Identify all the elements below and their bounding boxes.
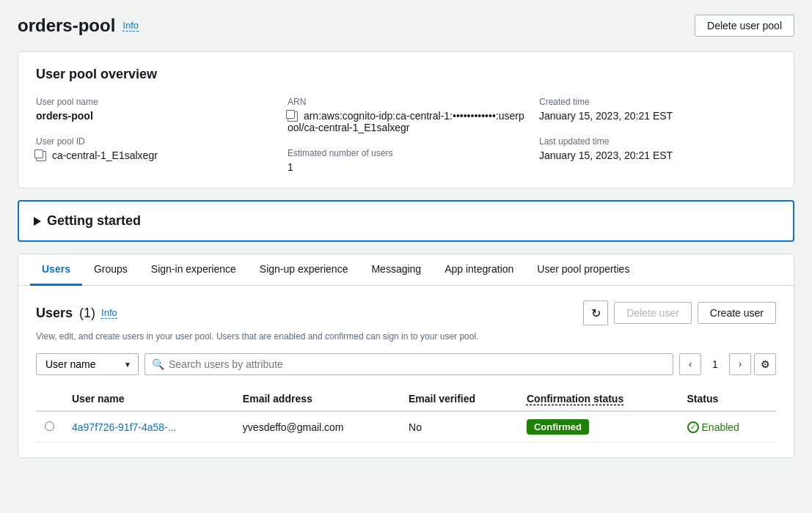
username-link[interactable]: 4a97f726-91f7-4a58-... xyxy=(72,421,176,433)
user-pool-name-label: User pool name xyxy=(36,97,273,107)
user-radio-input[interactable] xyxy=(45,421,54,431)
arn-label: ARN xyxy=(288,97,524,107)
overview-grid: User pool name orders-pool User pool ID … xyxy=(36,97,776,173)
arn-item: ARN arn:aws:cognito-idp:ca-central-1:•••… xyxy=(288,97,524,133)
last-updated-label: Last updated time xyxy=(539,136,776,147)
search-input[interactable] xyxy=(145,353,673,375)
tab-sign-in[interactable]: Sign-in experience xyxy=(139,254,248,286)
getting-started-title: Getting started xyxy=(34,213,778,229)
overview-col-1: User pool name orders-pool User pool ID … xyxy=(36,97,273,173)
tab-sign-up[interactable]: Sign-up experience xyxy=(248,254,360,286)
col-username-header: User name xyxy=(63,387,234,411)
users-table: User name Email address Email verified C… xyxy=(36,387,776,443)
user-pool-name-value: orders-pool xyxy=(36,110,273,122)
expand-icon xyxy=(34,217,41,226)
created-time-item: Created time January 15, 2023, 20:21 EST xyxy=(539,97,776,122)
delete-user-pool-button[interactable]: Delete user pool xyxy=(695,15,794,37)
table-row: 4a97f726-91f7-4a58-... yvesdeffo@gmail.c… xyxy=(36,411,776,443)
row-email: yvesdeffo@gmail.com xyxy=(234,411,400,443)
users-actions: ↻ Delete user Create user xyxy=(583,300,776,325)
tab-groups[interactable]: Groups xyxy=(82,254,139,286)
created-time-label: Created time xyxy=(539,97,776,107)
next-page-button[interactable]: › xyxy=(729,353,751,375)
tabs-container: Users Groups Sign-in experience Sign-up … xyxy=(18,254,794,458)
attribute-select-wrapper: User name Email address Phone number ▼ xyxy=(36,353,139,375)
row-username: 4a97f726-91f7-4a58-... xyxy=(63,411,234,443)
last-updated-item: Last updated time January 15, 2023, 20:2… xyxy=(539,136,776,161)
page-info-link[interactable]: Info xyxy=(122,20,139,32)
user-pool-id-value: ca-central-1_E1salxegr xyxy=(36,150,273,161)
search-icon: 🔍 xyxy=(152,358,164,370)
row-confirmation-status: Confirmed xyxy=(518,411,679,443)
filter-row: User name Email address Phone number ▼ 🔍… xyxy=(36,353,776,375)
table-settings-button[interactable]: ⚙ xyxy=(754,353,776,375)
estimated-users-item: Estimated number of users 1 xyxy=(288,148,524,173)
tab-messaging[interactable]: Messaging xyxy=(359,254,433,286)
col-email-verified-header: Email verified xyxy=(400,387,518,411)
table-header-row: User name Email address Email verified C… xyxy=(36,387,776,411)
row-radio[interactable] xyxy=(36,411,63,443)
users-header: Users (1) Info ↻ Delete user Create user xyxy=(36,300,776,325)
created-time-value: January 15, 2023, 20:21 EST xyxy=(539,110,776,122)
arn-value: arn:aws:cognito-idp:ca-central-1:•••••••… xyxy=(288,110,524,133)
tabs-bar: Users Groups Sign-in experience Sign-up … xyxy=(18,254,794,286)
settings-icon: ⚙ xyxy=(761,358,770,370)
delete-user-button[interactable]: Delete user xyxy=(614,302,692,324)
refresh-button[interactable]: ↻ xyxy=(583,300,608,325)
col-email-header: Email address xyxy=(234,387,400,411)
users-heading: Users (1) xyxy=(36,306,95,321)
search-wrapper: 🔍 xyxy=(145,353,673,375)
prev-page-button[interactable]: ‹ xyxy=(679,353,701,375)
create-user-button[interactable]: Create user xyxy=(698,302,776,324)
tab-content-users: Users (1) Info ↻ Delete user Create user… xyxy=(18,286,794,457)
pagination-wrapper: ‹ 1 › ⚙ xyxy=(679,353,776,375)
tab-pool-properties[interactable]: User pool properties xyxy=(525,254,641,286)
page-title-area: orders-pool Info xyxy=(18,15,139,36)
overview-title: User pool overview xyxy=(36,67,776,82)
users-description: View, edit, and create users in your use… xyxy=(36,331,776,342)
user-pool-id-label: User pool ID xyxy=(36,136,273,147)
estimated-users-value: 1 xyxy=(288,161,524,173)
user-pool-overview-card: User pool overview User pool name orders… xyxy=(18,51,794,188)
tab-users[interactable]: Users xyxy=(30,254,82,286)
row-status: ✓ Enabled xyxy=(679,411,776,443)
page-header: orders-pool Info Delete user pool xyxy=(18,15,794,37)
col-checkbox xyxy=(36,387,63,411)
attribute-select[interactable]: User name Email address Phone number xyxy=(36,353,139,375)
copy-arn-icon[interactable] xyxy=(288,111,298,122)
copy-id-icon[interactable] xyxy=(36,151,46,161)
tab-app-integration[interactable]: App integration xyxy=(433,254,525,286)
col-confirmation-header: Confirmation status xyxy=(518,387,679,411)
overview-col-3: Created time January 15, 2023, 20:21 EST… xyxy=(539,97,776,173)
confirmed-badge: Confirmed xyxy=(527,419,589,435)
estimated-users-label: Estimated number of users xyxy=(288,148,524,158)
check-icon: ✓ xyxy=(687,421,699,433)
getting-started-card[interactable]: Getting started xyxy=(18,200,794,242)
row-email-verified: No xyxy=(400,411,518,443)
page-title: orders-pool xyxy=(18,15,115,36)
users-title-area: Users (1) Info xyxy=(36,306,117,321)
user-pool-id-item: User pool ID ca-central-1_E1salxegr xyxy=(36,136,273,161)
overview-col-2: ARN arn:aws:cognito-idp:ca-central-1:•••… xyxy=(288,97,524,173)
user-pool-name-item: User pool name orders-pool xyxy=(36,97,273,122)
users-info-link[interactable]: Info xyxy=(101,307,117,319)
last-updated-value: January 15, 2023, 20:21 EST xyxy=(539,150,776,161)
page-number: 1 xyxy=(704,353,726,375)
status-enabled: ✓ Enabled xyxy=(687,421,767,433)
col-status-header: Status xyxy=(679,387,776,411)
refresh-icon: ↻ xyxy=(591,306,601,320)
